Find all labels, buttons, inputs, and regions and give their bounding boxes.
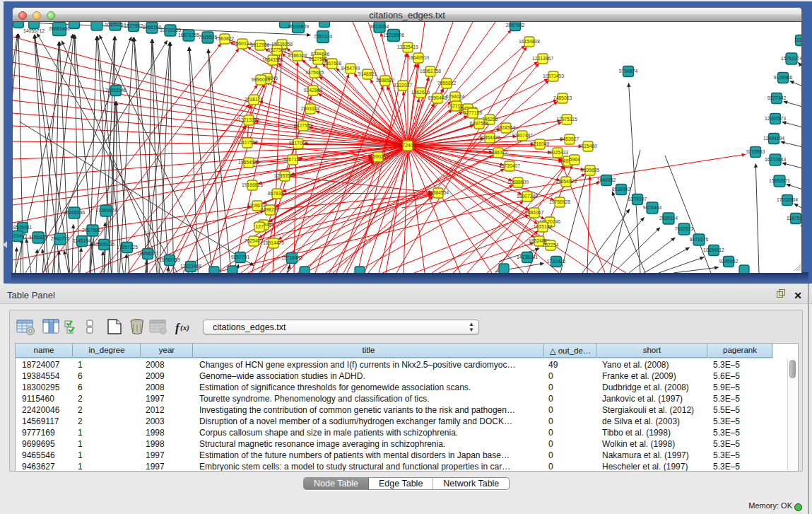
svg-text:14136141: 14136141	[517, 255, 538, 259]
svg-text:12353594: 12353594	[274, 173, 295, 178]
svg-text:12093573: 12093573	[765, 116, 786, 121]
svg-text:3215953: 3215953	[746, 149, 765, 154]
svg-text:16210643: 16210643	[765, 157, 786, 162]
svg-text:20364436: 20364436	[479, 135, 500, 140]
svg-text:1156829: 1156829	[29, 235, 47, 240]
svg-text:15218506: 15218506	[383, 33, 404, 37]
svg-text:9242848: 9242848	[304, 88, 323, 93]
svg-text:1615132: 1615132	[534, 224, 553, 229]
svg-text:20206536: 20206536	[64, 210, 85, 215]
svg-text:8678332: 8678332	[268, 191, 287, 196]
svg-text:1167533: 1167533	[787, 216, 802, 221]
svg-text:7563822: 7563822	[216, 36, 235, 41]
svg-text:6379197: 6379197	[628, 197, 647, 201]
svg-text:2803144: 2803144	[301, 106, 320, 111]
svg-text:13325419: 13325419	[397, 45, 418, 49]
svg-text:9857791: 9857791	[231, 255, 250, 259]
svg-text:8322037: 8322037	[394, 83, 413, 88]
svg-text:9463627: 9463627	[560, 136, 579, 141]
svg-text:3375685: 3375685	[305, 70, 324, 75]
svg-text:2942737: 2942737	[51, 236, 70, 241]
svg-text:6466160: 6466160	[143, 25, 162, 30]
svg-text:15720407: 15720407	[499, 163, 520, 168]
svg-text:10958107: 10958107	[137, 251, 158, 256]
svg-text:9699695: 9699695	[581, 168, 600, 173]
svg-text:15716485: 15716485	[281, 255, 302, 260]
svg-text:12505135: 12505135	[93, 242, 114, 247]
svg-text:8454749: 8454749	[341, 66, 360, 71]
svg-text:1362615: 1362615	[411, 90, 430, 95]
svg-text:9245652: 9245652	[719, 259, 739, 264]
svg-text:3919413: 3919413	[13, 233, 27, 238]
svg-text:6794024: 6794024	[446, 94, 465, 99]
svg-text:10655267: 10655267	[105, 22, 126, 27]
svg-text:12975115: 12975115	[556, 117, 577, 122]
svg-text:8990448: 8990448	[428, 95, 447, 100]
svg-text:1588520: 1588520	[376, 78, 395, 83]
svg-text:7485063: 7485063	[553, 95, 572, 100]
svg-text:7625402: 7625402	[245, 238, 264, 243]
svg-text:19384554: 19384554	[428, 190, 449, 195]
svg-text:3267150: 3267150	[283, 157, 302, 162]
svg-text:8660124: 8660124	[233, 41, 252, 46]
svg-text:16671355: 16671355	[178, 33, 199, 37]
svg-text:20691406: 20691406	[49, 26, 70, 31]
svg-text:10973493: 10973493	[543, 74, 564, 78]
svg-text:16154808: 16154808	[519, 39, 540, 44]
svg-text:252254: 252254	[543, 243, 559, 247]
svg-text:10807487: 10807487	[512, 133, 533, 138]
svg-text:12213369: 12213369	[238, 117, 259, 122]
svg-text:10719155: 10719155	[160, 28, 181, 33]
svg-text:1527602: 1527602	[124, 23, 143, 28]
svg-text:18640910: 18640910	[408, 55, 429, 60]
svg-text:9129966: 9129966	[774, 75, 793, 80]
svg-text:(x): (x)	[180, 323, 189, 332]
svg-text:9115460: 9115460	[579, 144, 597, 148]
svg-text:18300295: 18300295	[367, 154, 389, 159]
svg-text:8938902: 8938902	[612, 187, 631, 192]
svg-text:2087682: 2087682	[506, 23, 525, 28]
svg-text:8813054: 8813054	[370, 24, 389, 29]
svg-text:9684067: 9684067	[525, 210, 544, 215]
svg-text:10654112: 10654112	[703, 247, 724, 252]
svg-text:9146821: 9146821	[358, 71, 377, 76]
svg-text:3498222: 3498222	[261, 207, 280, 212]
svg-text:9474444: 9474444	[643, 205, 662, 210]
svg-text:9517006: 9517006	[289, 141, 308, 146]
svg-text:16543362: 16543362	[262, 57, 283, 62]
svg-text:8427552: 8427552	[294, 123, 313, 128]
svg-text:9327503: 9327503	[268, 47, 287, 52]
svg-text:20975867: 20975867	[82, 228, 103, 233]
svg-text:127: 127	[255, 224, 264, 229]
svg-text:16961758: 16961758	[420, 69, 441, 74]
svg-text:20053346: 20053346	[105, 88, 126, 93]
svg-text:2867608: 2867608	[323, 61, 342, 66]
svg-text:9227342: 9227342	[767, 95, 787, 100]
svg-text:2935114: 2935114	[659, 216, 678, 221]
svg-text:1733426: 1733426	[547, 259, 566, 264]
svg-text:12923468: 12923468	[180, 264, 201, 269]
svg-text:10025433: 10025433	[547, 150, 568, 155]
svg-text:19654925: 19654925	[238, 160, 259, 165]
svg-text:7515526: 7515526	[199, 35, 218, 40]
svg-text:19756928: 19756928	[549, 199, 570, 204]
svg-text:19166825: 19166825	[242, 182, 263, 187]
svg-text:17957225: 17957225	[117, 245, 138, 250]
svg-text:8471676: 8471676	[690, 237, 709, 242]
svg-text:5912956: 5912956	[251, 42, 270, 47]
svg-text:8535061: 8535061	[13, 225, 33, 230]
svg-text:15692071: 15692071	[769, 178, 790, 183]
svg-text:6497568: 6497568	[470, 121, 489, 126]
svg-text:6216049: 6216049	[531, 141, 550, 146]
svg-text:1640952: 1640952	[597, 177, 616, 182]
svg-text:10107552: 10107552	[237, 140, 258, 145]
svg-text:9896015: 9896015	[252, 77, 271, 82]
svg-text:19654923: 19654923	[555, 179, 577, 184]
svg-text:9794874: 9794874	[619, 69, 638, 74]
svg-text:3624554: 3624554	[497, 125, 516, 130]
svg-text:1145194: 1145194	[73, 238, 91, 243]
svg-text:10688609: 10688609	[507, 180, 529, 185]
svg-text:16782759: 16782759	[159, 257, 180, 262]
svg-text:16914479: 16914479	[263, 240, 284, 245]
svg-text:2718176: 2718176	[245, 97, 264, 102]
